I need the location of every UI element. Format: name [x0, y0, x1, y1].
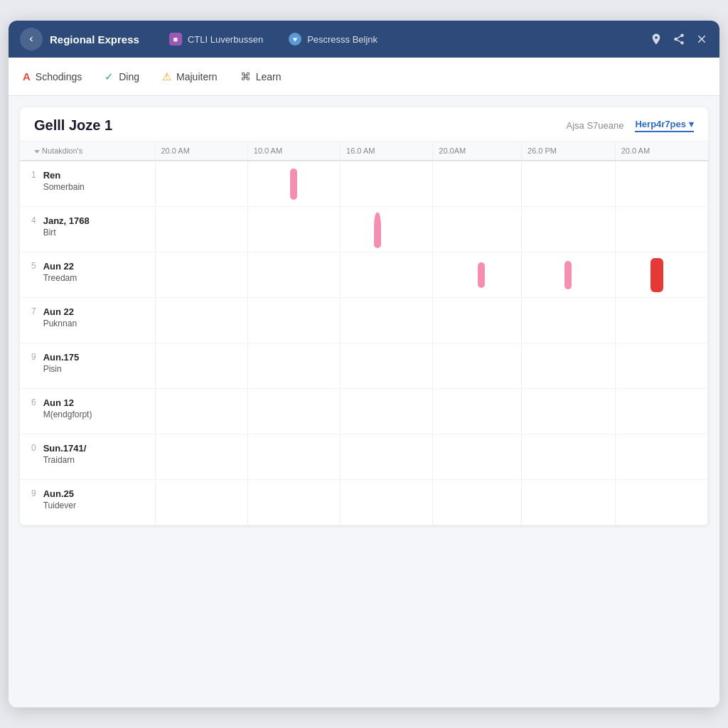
gantt-bar-cell — [522, 434, 616, 479]
learn-icon: ⌘ — [240, 70, 251, 83]
schodings-icon: A — [23, 70, 31, 82]
table-row: 9 Aun.25 Tuidever — [20, 479, 708, 525]
row-name-line1: Sun.1741/ — [43, 443, 87, 454]
nav-ding[interactable]: ✓ Ding — [105, 68, 139, 86]
gantt-bar-cell — [247, 252, 340, 297]
gantt-bar-cell — [522, 206, 616, 252]
nav-schodings-label: Schodings — [36, 71, 82, 82]
col3-header: 16.0 AM — [341, 141, 433, 161]
gantt-bar-cell — [341, 343, 433, 388]
herp-button[interactable]: Herp4r7pes ▾ — [635, 119, 694, 132]
gantt-bar-cell — [615, 479, 707, 525]
nav-learn[interactable]: ⌘ Learn — [240, 68, 282, 86]
gantt-bar-cell — [247, 479, 340, 525]
gantt-bar-cell — [155, 343, 247, 388]
gantt-bar-cell — [615, 388, 707, 434]
gantt-bar-cell — [155, 297, 247, 343]
gantt-bar-cell — [155, 161, 247, 206]
table-row: 5 Aun 22 Treedam — [20, 252, 708, 297]
row-num: 6 — [31, 397, 36, 419]
location-icon[interactable] — [650, 33, 663, 46]
gantt-bar-cell — [341, 388, 433, 434]
gantt-bar-cell — [341, 252, 433, 297]
gantt-bar-cell — [247, 206, 340, 252]
table-row: 0 Sun.1741/ Traidarn — [20, 434, 708, 479]
gantt-bar-cell — [341, 206, 433, 252]
gantt-bar-cell — [522, 479, 616, 525]
share-icon[interactable] — [673, 33, 685, 46]
gantt-bar-cell — [155, 206, 247, 252]
card-title: Gelll Joze 1 — [34, 117, 112, 134]
table-row: 6 Aun 12 M(endgforpt) — [20, 388, 708, 434]
gantt-bar-cell — [433, 388, 522, 434]
gantt-bar-cell — [522, 297, 616, 343]
title-bar-actions — [650, 33, 708, 46]
herp-label: Herp4r7pes — [635, 119, 686, 129]
tab-pesc[interactable]: ♥ Pescresss Beljnk — [276, 21, 390, 58]
gantt-table: Nutakdion's 20.0 AM 10.0 AM 16.0 AM 20.0… — [20, 141, 708, 525]
nav-majuitern[interactable]: ⚠ Majuitern — [162, 68, 218, 86]
col-name-header: Nutakdion's — [20, 141, 155, 161]
ding-icon: ✓ — [105, 70, 114, 83]
tab-pesc-label: Pescresss Beljnk — [307, 34, 378, 45]
row-name-line2: Tuidever — [43, 500, 76, 510]
gantt-bar-cell — [615, 206, 707, 252]
row-name-line1: Aun.25 — [43, 488, 76, 499]
herp-chevron-icon: ▾ — [689, 119, 694, 129]
gantt-bar-cell — [433, 161, 522, 206]
row-name-line2: M(endgforpt) — [43, 410, 92, 419]
row-name-line2: Treedam — [43, 273, 77, 283]
row-name-line1: Aun 22 — [43, 306, 77, 317]
main-card: Gelll Joze 1 Ajsa S7ueane Herp4r7pes ▾ N… — [20, 107, 708, 525]
row-num: 9 — [31, 488, 36, 510]
gantt-bar-cell — [341, 297, 433, 343]
row-num: 0 — [31, 443, 36, 465]
gantt-bar — [564, 261, 572, 289]
close-icon[interactable] — [695, 33, 708, 46]
gantt-bar-cell — [247, 388, 340, 434]
tab-ctli-label: CTLI Luverbussen — [188, 34, 263, 45]
nav-bar: A Schodings ✓ Ding ⚠ Majuitern ⌘ Learn — [9, 58, 719, 96]
nav-ding-label: Ding — [119, 71, 139, 82]
nav-schodings[interactable]: A Schodings — [23, 68, 82, 85]
row-num: 7 — [31, 306, 36, 328]
col6-header: 20.0 AM — [615, 141, 707, 161]
majuitern-icon: ⚠ — [162, 70, 171, 83]
gantt-bar — [478, 262, 485, 288]
gantt-bar-cell — [615, 161, 707, 206]
gantt-bar-cell — [615, 343, 707, 388]
row-name-line1: Aun 12 — [43, 397, 92, 408]
col1-header: 20.0 AM — [155, 141, 247, 161]
col5-header: 26.0 PM — [522, 141, 616, 161]
title-bar-tabs: ■ CTLI Luverbussen ♥ Pescresss Beljnk — [156, 21, 650, 58]
gantt-bar-cell — [433, 206, 522, 252]
table-header-row: Nutakdion's 20.0 AM 10.0 AM 16.0 AM 20.0… — [20, 141, 708, 161]
title-bar: Regional Express ■ CTLI Luverbussen ♥ Pe… — [9, 21, 719, 58]
table-row: 9 Aun.175 Pisin — [20, 343, 708, 388]
row-name-line2: Birt — [43, 228, 90, 237]
nav-learn-label: Learn — [256, 71, 282, 82]
gantt-bar-cell — [247, 161, 340, 206]
tab-ctli[interactable]: ■ CTLI Luverbussen — [156, 21, 276, 58]
row-name-line1: Aun.175 — [43, 352, 80, 363]
gantt-bar-cell — [433, 479, 522, 525]
sort-icon[interactable] — [34, 150, 40, 154]
gantt-bar-cell — [247, 434, 340, 479]
row-name-cell: 9 Aun.175 Pisin — [20, 343, 155, 388]
row-num: 9 — [31, 352, 36, 374]
main-content: Gelll Joze 1 Ajsa S7ueane Herp4r7pes ▾ N… — [9, 96, 719, 707]
gantt-bar — [374, 213, 381, 248]
gantt-bar-cell — [522, 388, 616, 434]
gantt-bar-cell — [247, 343, 340, 388]
row-name-line1: Aun 22 — [43, 261, 77, 272]
gantt-bar-cell — [522, 343, 616, 388]
gantt-bar-cell — [522, 161, 616, 206]
row-name-line2: Somerbain — [43, 182, 85, 192]
back-button[interactable] — [20, 28, 43, 50]
gantt-bar-cell — [433, 297, 522, 343]
gantt-bar-cell — [155, 434, 247, 479]
row-num: 1 — [31, 170, 36, 192]
gantt-bar-cell — [433, 252, 522, 297]
gantt-bar-cell — [341, 434, 433, 479]
gantt-bar-cell — [433, 343, 522, 388]
